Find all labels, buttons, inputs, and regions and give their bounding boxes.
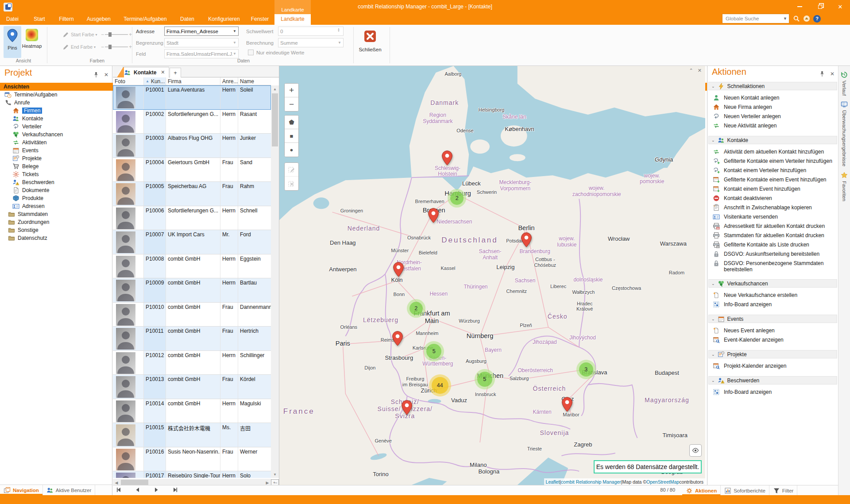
edit-shapes-button[interactable] <box>285 163 298 177</box>
action-item[interactable]: Anschrift in Zwischenablage kopieren <box>707 203 838 212</box>
zoom-out-button[interactable]: − <box>285 97 298 111</box>
crm-link[interactable]: combit Relationship Manager <box>561 479 621 485</box>
sidebar-item-events[interactable]: Events <box>0 146 111 154</box>
ribbon-tab-ausgeben[interactable]: Ausgeben <box>79 14 119 25</box>
sidebar-item-verteiler[interactable]: Verteiler <box>0 123 111 131</box>
map-pin-marker[interactable] <box>442 150 453 165</box>
sidebar-item-beschwerden[interactable]: Beschwerden <box>0 178 111 186</box>
new-tab-button[interactable]: + <box>170 68 181 77</box>
map-zoom-control[interactable]: + − <box>284 83 299 112</box>
action-item[interactable]: Adressetikett für aktuellen Kontakt druc… <box>707 222 838 231</box>
map-cluster-marker[interactable]: 2 <box>407 299 425 318</box>
table-row[interactable]: P10003Albatros Flug OHGHerrnJunker <box>113 134 271 158</box>
pin-panel-icon[interactable] <box>93 71 100 78</box>
map-pin-marker[interactable] <box>562 397 573 412</box>
minimize-button[interactable] <box>795 3 804 11</box>
section-header-events[interactable]: ⌄Events <box>708 315 837 323</box>
map-pin-marker[interactable] <box>393 262 404 277</box>
status-tab-sofortberichte[interactable]: Sofortberichte <box>721 485 769 496</box>
map-draw-control[interactable]: ⬟ ■ ● <box>284 115 299 157</box>
adresse-combo[interactable]: Firma.Firmen_Adresse▼ <box>164 27 239 36</box>
ribbon-tab-landkarte[interactable]: Landkarte <box>274 14 311 25</box>
close-panel-icon[interactable]: ✕ <box>830 71 835 77</box>
table-row[interactable]: P10006Sofortlieferungen G...HerrnSchnell <box>113 206 271 231</box>
map-pin-marker[interactable] <box>401 400 412 415</box>
action-item[interactable]: Stammdaten für aktuellen Kontakt drucken <box>707 231 838 240</box>
sidebar-item-stammdaten[interactable]: Stammdaten <box>0 210 111 218</box>
zoom-in-button[interactable]: + <box>285 84 298 97</box>
table-row[interactable]: P10011combit GmbHFrauHertrich <box>113 327 271 351</box>
section-header-kontakte[interactable]: ⌄Kontakte <box>708 136 837 144</box>
ribbon-tab-fenster[interactable]: Fenster <box>245 14 274 25</box>
schwellwert-input[interactable]: 0 <box>278 27 344 36</box>
close-button[interactable]: ✕ <box>836 3 845 11</box>
table-row[interactable]: P10016Susis Neon-Nasenrin...FrauWerner <box>113 447 271 472</box>
spinner-arrows[interactable]: ▲▼ <box>337 28 340 32</box>
first-record-button[interactable] <box>116 486 123 493</box>
sidebar-item-dokumente[interactable]: Dokumente <box>0 186 111 194</box>
search-icon[interactable] <box>793 15 800 22</box>
table-row[interactable]: P10017Reisebüro Single-ToursHerrnSolo <box>113 471 271 478</box>
sidebar-item-datenschutz[interactable]: Datenschutz <box>0 234 111 242</box>
map-panel[interactable]: AalborgDanmarkHelsingborgSkåne länRegion… <box>279 66 705 485</box>
map-collapse-icon[interactable]: ⌃ <box>689 68 693 73</box>
heatmap-button[interactable]: Heatmap <box>23 26 41 58</box>
sidebar-item-anrufe[interactable]: Anrufe <box>0 99 111 107</box>
tab-kontakte[interactable]: Kontakte ✕ <box>116 67 169 77</box>
sidebar-item-belege[interactable]: Belege <box>0 162 111 170</box>
side-tab-überwachungsergebnisse[interactable]: Überwachungsergebnisse <box>838 101 850 166</box>
action-item[interactable]: Info-Board anzeigen <box>707 300 838 309</box>
action-item[interactable]: Neue Firma anlegen <box>707 103 838 112</box>
column-header-anre[interactable]: Anre... <box>220 77 238 85</box>
action-item[interactable]: DSGVO: Personenbezogene Stammdaten berei… <box>707 259 838 274</box>
action-item[interactable]: Kontakt einem Event hinzufügen <box>707 185 838 194</box>
action-item[interactable]: Event-Kalender anzeigen <box>707 335 838 345</box>
bottom-tab-aktivebenutzer[interactable]: Aktive Benutzer <box>43 485 96 495</box>
map-edit-control[interactable] <box>284 162 299 191</box>
action-item[interactable]: Kontakt einem Verteiler hinzufügen <box>707 166 838 175</box>
map-pin-marker[interactable] <box>392 331 403 346</box>
section-header-schnellaktionen[interactable]: ⌄Schnellaktionen <box>708 82 837 90</box>
draw-polygon-button[interactable]: ⬟ <box>285 115 298 129</box>
side-tab-favoriten[interactable]: Favoriten <box>838 172 850 201</box>
leaflet-link[interactable]: Leaflet <box>546 479 560 485</box>
map-pin-marker[interactable] <box>428 208 439 223</box>
section-header-beschwerden[interactable]: ⌄Beschwerden <box>708 376 837 385</box>
side-tab-verlauf[interactable]: Verlauf <box>838 71 850 96</box>
map-cluster-marker[interactable]: 5 <box>424 341 444 362</box>
table-row[interactable]: P10013combit GmbHFrauKördel <box>113 375 271 399</box>
end-farbe-control[interactable]: End Farbe▾ −+ <box>62 42 132 51</box>
sidebar-item-adressen[interactable]: Adressen <box>0 202 111 210</box>
table-row[interactable]: P10012combit GmbHHerrnSchillinger <box>113 351 271 375</box>
action-item[interactable]: Neue Verkaufschance erstellen <box>707 291 838 300</box>
action-item[interactable]: Visitenkarte versenden <box>707 212 838 222</box>
ribbon-tab-start[interactable]: Start <box>25 14 54 25</box>
close-panel-icon[interactable]: ✕ <box>104 72 108 78</box>
table-row[interactable]: P10008combit GmbHHerrnEggstein <box>113 254 271 279</box>
action-item[interactable]: Neues Event anlegen <box>707 326 838 335</box>
action-item[interactable]: Neuen Kontakt anlegen <box>707 93 838 103</box>
map-cluster-marker[interactable]: 5 <box>475 369 495 389</box>
table-row[interactable]: P10002Sofortlieferungen G...HerrnRasant <box>113 110 271 134</box>
column-header-name[interactable]: Name <box>238 77 271 85</box>
section-header-verkaufschancen[interactable]: ⌄Verkaufschancen <box>708 279 837 288</box>
sidebar-item-zuordnungen[interactable]: Zuordnungen <box>0 218 111 226</box>
action-item[interactable]: Aktivität dem aktuellen Kontakt hinzufüg… <box>707 147 838 157</box>
ribbon-tab-datei[interactable]: Datei <box>0 14 25 25</box>
restore-button[interactable] <box>815 3 824 11</box>
column-header-foto[interactable]: Foto <box>113 77 144 85</box>
next-record-button[interactable] <box>153 486 160 493</box>
map-cluster-marker[interactable]: 3 <box>576 360 596 379</box>
status-tab-aktionen[interactable]: Aktionen <box>682 485 721 496</box>
chevron-down-icon[interactable]: ▼ <box>783 16 787 21</box>
action-item[interactable]: Gefilterte Kontakte einem Verteiler hinz… <box>707 157 838 166</box>
map-close-icon[interactable]: ✕ <box>698 68 702 73</box>
sidebar-item-firmen[interactable]: Firmen <box>0 107 111 115</box>
sidebar-item-aktivitäten[interactable]: Aktivitäten <box>0 139 111 146</box>
action-item[interactable]: Gefilterte Kontakte als Liste drucken <box>707 240 838 250</box>
table-row[interactable]: P10009combit GmbHHerrnBartlau <box>113 278 271 303</box>
ribbon-tab-daten[interactable]: Daten <box>172 14 203 25</box>
table-row[interactable]: P10004Geiertours GmbHFrauSand <box>113 158 271 182</box>
bottom-tab-navigation[interactable]: Navigation <box>0 485 43 495</box>
sidebar-item-verkaufschancen[interactable]: Verkaufschancen <box>0 131 111 139</box>
